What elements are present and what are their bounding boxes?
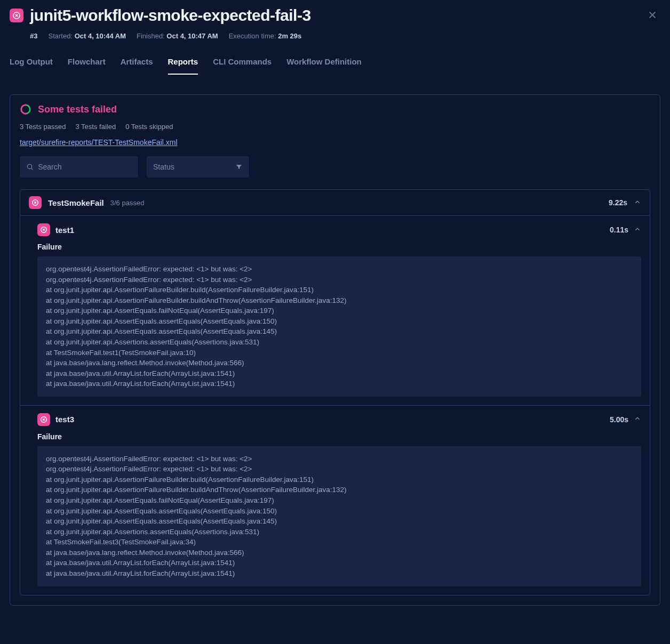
stack-trace: org.opentest4j.AssertionFailedError: exp… — [37, 446, 641, 586]
tab-artifacts[interactable]: Artifacts — [121, 57, 153, 75]
status-filter[interactable]: Status — [147, 156, 249, 178]
test-name: test3 — [55, 415, 74, 424]
status-fail-icon — [10, 9, 23, 22]
svg-point-3 — [27, 164, 31, 168]
test-header[interactable]: test3 5.00s — [37, 413, 641, 426]
failure-label: Failure — [37, 432, 641, 441]
close-button[interactable] — [644, 7, 660, 25]
tabs: Log Output Flowchart Artifacts Reports C… — [0, 40, 670, 75]
suite-name: TestSmokeFail — [48, 198, 104, 207]
report-title: Some tests failed — [38, 104, 117, 115]
run-number: #3 — [30, 32, 37, 40]
status-fail-icon — [37, 223, 50, 236]
report-panel: Some tests failed 3 Tests passed 3 Tests… — [10, 94, 660, 606]
stat-passed: 3 Tests passed — [20, 123, 66, 131]
status-fail-icon — [29, 196, 42, 209]
chevron-up-icon — [634, 226, 641, 235]
tab-cli-commands[interactable]: CLI Commands — [213, 57, 272, 75]
test-name: test1 — [55, 226, 74, 235]
chevron-up-icon — [634, 415, 641, 424]
stack-trace: org.opentest4j.AssertionFailedError: exp… — [37, 256, 641, 397]
failure-label: Failure — [37, 243, 641, 251]
stat-failed: 3 Tests failed — [75, 123, 116, 131]
tab-workflow-definition[interactable]: Workflow Definition — [286, 57, 362, 75]
test-row: test3 5.00s Failure org.opentest4j.Asser… — [20, 405, 650, 595]
suite-time: 9.22s — [609, 198, 627, 207]
spinner-icon — [20, 103, 31, 115]
run-meta: #3 Started: Oct 4, 10:44 AM Finished: Oc… — [0, 25, 670, 40]
suite-header[interactable]: TestSmokeFail 3/6 passed 9.22s — [20, 190, 650, 215]
test-time: 5.00s — [610, 415, 628, 424]
chevron-up-icon — [634, 198, 641, 207]
search-input[interactable] — [38, 163, 132, 171]
test-suite: TestSmokeFail 3/6 passed 9.22s test1 0.1… — [20, 189, 650, 595]
tab-log-output[interactable]: Log Output — [10, 57, 53, 75]
stat-skipped: 0 Tests skipped — [125, 123, 173, 131]
test-time: 0.11s — [610, 226, 628, 234]
status-fail-icon — [37, 413, 50, 426]
test-header[interactable]: test1 0.11s — [37, 223, 641, 236]
tab-flowchart[interactable]: Flowchart — [68, 57, 106, 75]
page-title: junit5-workflow-smoke-expected-fail-3 — [30, 6, 638, 25]
report-file-link[interactable]: target/surefire-reports/TEST-TestSmokeFa… — [20, 138, 178, 147]
suite-summary: 3/6 passed — [110, 199, 145, 207]
tab-reports[interactable]: Reports — [168, 57, 198, 75]
search-icon — [26, 163, 34, 171]
search-input-wrap[interactable] — [20, 156, 138, 178]
filter-icon — [235, 163, 243, 171]
test-row: test1 0.11s Failure org.opentest4j.Asser… — [20, 215, 650, 405]
status-filter-label: Status — [153, 163, 174, 171]
